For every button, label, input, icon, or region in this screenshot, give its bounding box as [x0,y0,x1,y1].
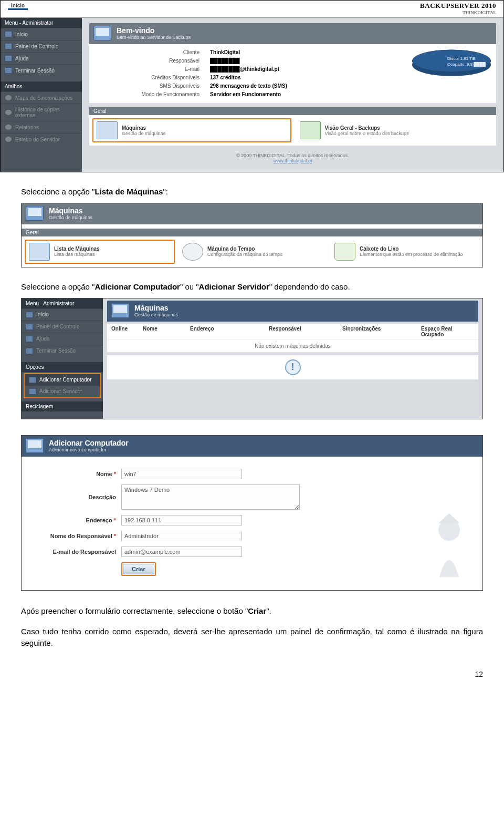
brand: BACKUPSERVER 2010 THINKDIGITAL [420,2,496,15]
sidebar-item-label: Terminar Sessão [36,348,76,354]
info-label: Cliente [116,48,200,57]
footer-copy: © 2009 THINKDIGITAL. Todos os direitos r… [89,153,496,158]
tile-maquinas[interactable]: Máquinas Gestão de máquinas [92,118,291,142]
sidebar-item-ajuda[interactable]: Ajuda [22,333,103,345]
sidebar: Menu - Administrator Início Painel de Co… [1,18,82,172]
sidebar-menu-header: Menu - Administrator [22,298,103,308]
text: Seleccione a opção " [21,187,94,196]
sidebar-shortcut-historico[interactable]: Histórico de cópias externas [1,104,82,121]
sidebar-shortcut-relatorios[interactable]: Relatórios [1,121,82,133]
footer: © 2009 THINKDIGITAL. Todos os direitos r… [89,146,496,169]
help-icon [26,336,33,342]
computer-icon [97,121,118,139]
welcome-title: Bem-vindo [117,26,191,35]
sidebar-opt-add-server[interactable]: Adicionar Servidor [25,386,100,397]
brand-title: BACKUPSERVER 2010 [420,2,496,10]
panel-title: Máquinas [134,304,178,312]
sidebar-item-painel[interactable]: Painel de Controlo [1,40,82,52]
criar-highlight: Criar [121,562,156,576]
criar-button[interactable]: Criar [123,564,154,574]
alert-icon: ! [285,359,301,375]
welcome-panel-header: Bem-vindo Bem-vindo ao Servidor de Backu… [89,23,496,44]
sidebar-item-label: Início [36,312,49,317]
main-content: Máquinas Gestão de máquinas Online Nome … [103,298,482,419]
disk-line2: Ocupado: 9.8 ████ [447,61,486,67]
input-descricao[interactable]: Windows 7 Demo [121,484,300,510]
panel-sub: Adicionar novo computador [49,447,129,452]
footer-link[interactable]: www.thinkdigital.pt [273,158,312,163]
info-label: SMS Disponíveis [116,82,200,90]
tile-sub: Elementos que estão em processo de elimi… [360,252,463,257]
info-label: Créditos Disponíveis [116,74,200,82]
panel-sub: Gestão de máquinas [134,312,178,317]
sidebar-item-terminar[interactable]: Terminar Sessão [22,345,103,357]
main-content: Bem-vindo Bem-vindo ao Servidor de Backu… [82,18,503,172]
add-server-icon [29,388,36,395]
welcome-sub: Bem-vindo ao Servidor de Backups [117,35,191,40]
label-endereco: Endereço* [27,517,116,523]
tiles-geral: Máquinas Gestão de máquinas Visão Geral … [89,115,496,146]
topbar-tab[interactable]: Início [8,2,28,10]
panel-title: Adicionar Computador [49,439,129,447]
page-number: 12 [0,654,504,689]
sidebar-item-painel[interactable]: Painel de Controlo [22,321,103,333]
text: Após preencher o formulário correctament… [21,606,248,615]
sidebar: Menu - Administrator Início Painel de Co… [22,298,103,419]
info-label: E-mail [116,65,200,74]
info-value: ████████@thinkdigital.pt [210,65,287,74]
sidebar-opt-add-computer[interactable]: Adicionar Computador [25,374,100,386]
disk-chart: Disco: 1.81 TiB Ocupado: 9.8 ████ [396,48,491,81]
help-icon [5,55,12,61]
info-label: Responsável [116,57,200,65]
info-value: Servidor em Funcionamento [210,90,287,99]
monitor-icon [111,303,129,318]
map-icon [5,95,12,101]
input-email[interactable] [121,546,242,557]
sidebar-item-label: Ajuda [36,336,50,342]
sidebar-item-ajuda[interactable]: Ajuda [1,52,82,64]
sidebar-item-terminar[interactable]: Terminar Sessão [1,64,82,76]
sidebar-item-label: Histórico de cópias externas [15,107,78,118]
report-icon [5,124,12,130]
col-nome: Nome [143,326,190,337]
add-computer-panel-header: Adicionar Computador Adicionar novo comp… [22,436,482,457]
home-icon [26,312,33,318]
sidebar-shortcut-mapa[interactable]: Mapa de Sincronizações [1,91,82,104]
bold: Adicionar Computador [94,282,180,291]
tile-caixote-lixo[interactable]: Caixote do Lixo Elementos que estão em p… [331,240,479,264]
maquinas-panel-header: Máquinas Gestão de máquinas [22,203,482,224]
tile-visao-geral[interactable]: Visão Geral - Backups Visão geral sobre … [297,118,494,142]
tile-lista-maquinas[interactable]: Lista de Máquinas Lista das máquinas [25,240,175,264]
input-endereco[interactable] [121,515,242,525]
info-labels: Cliente Responsável E-mail Créditos Disp… [116,48,200,99]
screenshot-maquinas: Máquinas Gestão de máquinas Geral Lista … [21,203,483,267]
text: ". [266,606,271,615]
tile-sub: Gestão de máquinas [122,131,165,136]
sidebar-opcoes-header: Opções [22,362,103,372]
table-header: Online Nome Endereço Responsável Sincron… [107,324,478,340]
instruction-1: Seleccione a opção "Lista de Máquinas": [0,182,504,203]
label-nome: Nome* [27,471,116,477]
info-value: 137 créditos [210,74,287,82]
computer-icon [29,243,50,261]
sidebar-item-inicio[interactable]: Início [22,308,103,321]
text: Seleccione a opção " [21,282,94,291]
panel-sub: Gestão de máquinas [49,215,92,220]
sidebar-item-label: Relatórios [15,125,39,130]
tile-maquina-tempo[interactable]: Máquina do Tempo Configuração da máquina… [179,240,327,264]
sidebar-shortcut-estado[interactable]: Estado do Servidor [1,133,82,145]
topbar: Início BACKUPSERVER 2010 THINKDIGITAL [1,1,503,18]
brand-sub: THINKDIGITAL [420,10,496,15]
machines-table: Online Nome Endereço Responsável Sincron… [107,324,478,352]
col-sincronizacoes: Sincronizações [342,326,421,337]
input-nome[interactable] [121,469,242,479]
sidebar-item-inicio[interactable]: Início [1,28,82,40]
instruction-2: Seleccione a opção "Adicionar Computador… [0,277,504,298]
input-responsavel[interactable] [121,531,242,541]
sidebar-item-label: Painel de Controlo [36,324,79,329]
form-row-responsavel: Nome do Responsável* [27,528,477,544]
info-value: 298 mensagens de texto (SMS) [210,82,287,90]
sidebar-recycle-header: Reciclagem [22,401,103,411]
sidebar-item-label: Ajuda [15,56,29,61]
info-values: ThinkDigital ████████ ████████@thinkdigi… [210,48,287,99]
